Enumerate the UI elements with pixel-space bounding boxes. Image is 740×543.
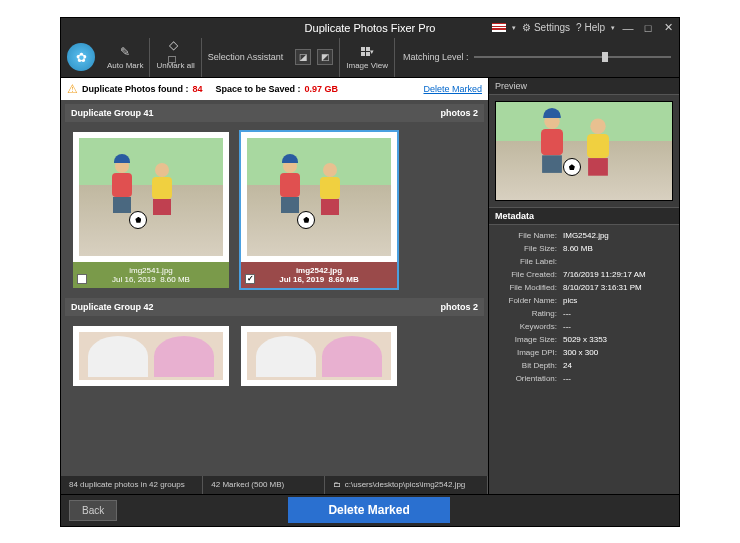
delete-marked-button[interactable]: Delete Marked xyxy=(288,497,449,523)
lang-dropdown[interactable]: ▾ xyxy=(512,24,516,32)
metadata-value: --- xyxy=(563,309,673,318)
metadata-row: Image DPI:300 x 300 xyxy=(495,346,673,359)
unmark-all-button[interactable]: ◇ □ UnMark all xyxy=(156,45,194,70)
metadata-key: Keywords: xyxy=(495,322,563,331)
metadata-row: Rating:--- xyxy=(495,307,673,320)
info-bar: ⚠ Duplicate Photos found : 84 Space to b… xyxy=(61,78,488,100)
status-path: 🗀 c:\users\desktop\pics\img2542.jpg xyxy=(325,476,488,494)
select-mode-1-button[interactable]: ◪ xyxy=(295,49,311,65)
photo-filename: img2542.jpg xyxy=(245,266,393,275)
toolbar: ✿ ✎ Auto Mark ◇ □ UnMark all Selection A… xyxy=(61,38,679,78)
photo-card[interactable]: img2542.jpg Jul 16, 2019 8.60 MB ✓ xyxy=(239,130,399,290)
metadata-key: File Size: xyxy=(495,244,563,253)
metadata-key: Image Size: xyxy=(495,335,563,344)
metadata-key: File Name: xyxy=(495,231,563,240)
metadata-row: Bit Depth:24 xyxy=(495,359,673,372)
titlebar: Duplicate Photos Fixer Pro ▾ ⚙ Settings … xyxy=(61,18,679,38)
matching-level-section: Matching Level : xyxy=(395,38,679,77)
status-summary: 84 duplicate photos in 42 groups xyxy=(61,476,203,494)
metadata-key: Image DPI: xyxy=(495,348,563,357)
metadata-value: 8/10/2017 3:16:31 PM xyxy=(563,283,673,292)
metadata-key: Bit Depth: xyxy=(495,361,563,370)
metadata-value: 7/16/2019 11:29:17 AM xyxy=(563,270,673,279)
photo-thumbnail[interactable] xyxy=(241,326,397,386)
image-view-button[interactable]: ▾ Image View xyxy=(346,45,388,70)
footer: Back Delete Marked xyxy=(61,494,679,526)
status-bar: 84 duplicate photos in 42 groups 42 Mark… xyxy=(61,476,488,494)
group-title: Duplicate Group 42 xyxy=(71,302,154,312)
flag-icon[interactable] xyxy=(492,23,506,32)
app-title: Duplicate Photos Fixer Pro xyxy=(305,22,436,34)
group-header: Duplicate Group 41 photos 2 xyxy=(65,104,484,122)
metadata-key: Rating: xyxy=(495,309,563,318)
side-panel: Preview Metadata File Name:IMG2542.jpgFi… xyxy=(489,78,679,494)
metadata-body: File Name:IMG2542.jpgFile Size:8.60 MBFi… xyxy=(489,225,679,494)
group-count: photos 2 xyxy=(441,108,479,118)
main-content: ⚠ Duplicate Photos found : 84 Space to b… xyxy=(61,78,679,494)
photo-card[interactable] xyxy=(239,324,399,388)
image-view-label: Image View xyxy=(346,61,388,70)
help-dropdown[interactable]: ▾ xyxy=(611,24,615,32)
settings-link[interactable]: ⚙ Settings xyxy=(522,22,570,33)
grid-icon: ▾ xyxy=(360,45,374,59)
photo-thumbnail[interactable] xyxy=(73,132,229,262)
matching-level-slider[interactable] xyxy=(474,56,671,58)
results-panel: ⚠ Duplicate Photos found : 84 Space to b… xyxy=(61,78,489,494)
photo-size: 8.60 MB xyxy=(160,275,190,284)
group-count: photos 2 xyxy=(441,302,479,312)
delete-marked-link[interactable]: Delete Marked xyxy=(423,84,482,94)
auto-mark-label: Auto Mark xyxy=(107,61,143,70)
metadata-value: 300 x 300 xyxy=(563,348,673,357)
photo-thumbnail[interactable] xyxy=(73,326,229,386)
minimize-button[interactable]: — xyxy=(621,22,635,34)
metadata-row: Folder Name:pics xyxy=(495,294,673,307)
preview-box xyxy=(489,95,679,207)
close-button[interactable]: ✕ xyxy=(661,22,675,34)
photo-filename: img2541.jpg xyxy=(77,266,225,275)
select-mode-2-button[interactable]: ◩ xyxy=(317,49,333,65)
group-body xyxy=(65,316,484,396)
app-logo: ✿ xyxy=(61,38,101,77)
status-path-text: c:\users\desktop\pics\img2542.jpg xyxy=(345,480,466,489)
maximize-button[interactable]: □ xyxy=(641,22,655,34)
photo-date: Jul 16, 2019 xyxy=(112,275,156,284)
space-saved-label: Space to be Saved : xyxy=(216,84,301,94)
gear-photo-icon: ✿ xyxy=(76,50,87,65)
metadata-row: Image Size:5029 x 3353 xyxy=(495,333,673,346)
matching-level-label: Matching Level : xyxy=(403,52,469,62)
group-body: img2541.jpg Jul 16, 2019 8.60 MB xyxy=(65,122,484,298)
photo-date: Jul 16, 2019 xyxy=(279,275,324,284)
auto-mark-button[interactable]: ✎ Auto Mark xyxy=(107,45,143,70)
slider-thumb[interactable] xyxy=(602,52,608,62)
metadata-key: File Created: xyxy=(495,270,563,279)
metadata-key: Orientation: xyxy=(495,374,563,383)
photo-thumbnail[interactable] xyxy=(241,132,397,262)
back-button[interactable]: Back xyxy=(69,500,117,521)
metadata-key: File Modified: xyxy=(495,283,563,292)
status-marked: 42 Marked (500 MB) xyxy=(203,476,324,494)
photo-card[interactable] xyxy=(71,324,231,388)
help-link[interactable]: ? Help xyxy=(576,22,605,33)
metadata-row: File Size:8.60 MB xyxy=(495,242,673,255)
photo-footer: img2542.jpg Jul 16, 2019 8.60 MB ✓ xyxy=(241,262,397,288)
metadata-row: File Name:IMG2542.jpg xyxy=(495,229,673,242)
group-title: Duplicate Group 41 xyxy=(71,108,154,118)
group-header: Duplicate Group 42 photos 2 xyxy=(65,298,484,316)
preview-label: Preview xyxy=(489,78,679,95)
photo-footer: img2541.jpg Jul 16, 2019 8.60 MB xyxy=(73,262,229,288)
metadata-key: File Label: xyxy=(495,257,563,266)
photo-checkbox[interactable] xyxy=(77,274,87,284)
wand-icon: ✎ xyxy=(118,45,132,59)
unmark-all-label: UnMark all xyxy=(156,61,194,70)
dup-found-label: Duplicate Photos found : xyxy=(82,84,189,94)
photo-card[interactable]: img2541.jpg Jul 16, 2019 8.60 MB xyxy=(71,130,231,290)
metadata-label: Metadata xyxy=(489,207,679,225)
unmark-icon: ◇ □ xyxy=(169,45,183,59)
groups-list: Duplicate Group 41 photos 2 xyxy=(61,100,488,476)
metadata-row: Orientation:--- xyxy=(495,372,673,385)
folder-icon: 🗀 xyxy=(333,480,341,489)
photo-checkbox[interactable]: ✓ xyxy=(245,274,255,284)
metadata-row: Keywords:--- xyxy=(495,320,673,333)
metadata-row: File Created:7/16/2019 11:29:17 AM xyxy=(495,268,673,281)
metadata-key: Folder Name: xyxy=(495,296,563,305)
